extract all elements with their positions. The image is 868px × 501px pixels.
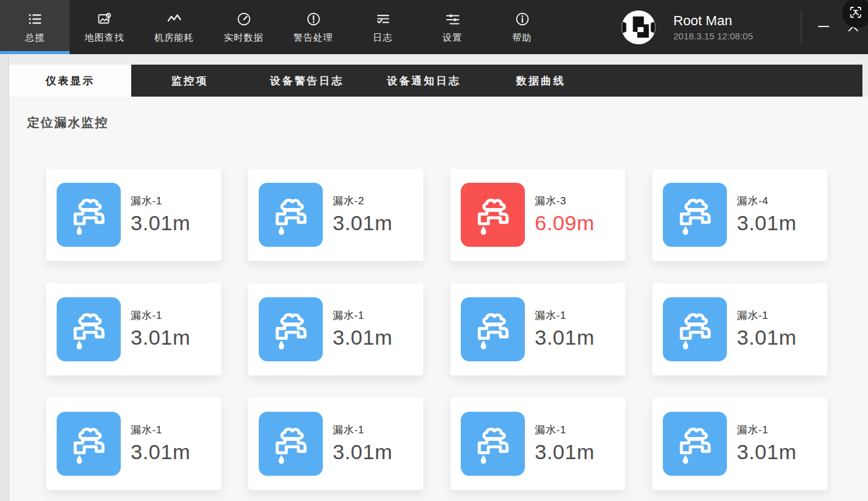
device-card[interactable]: 漏水-13.01m	[652, 283, 827, 375]
device-value: 3.01m	[333, 212, 392, 234]
device-label: 漏水-1	[535, 310, 594, 322]
device-value: 3.01m	[737, 212, 797, 234]
window-divider	[801, 10, 801, 44]
device-card[interactable]: 漏水-13.01m	[652, 398, 827, 490]
device-card[interactable]: 漏水-13.01m	[248, 283, 423, 375]
faucet-icon	[57, 412, 121, 476]
nav-item-label: 设置	[443, 32, 463, 44]
nav-item-gauge[interactable]: 实时数据	[209, 0, 278, 54]
minimize-icon	[816, 19, 831, 36]
device-card[interactable]: 漏水-23.01m	[248, 169, 423, 261]
faucet-icon	[663, 297, 727, 361]
device-card[interactable]: 漏水-43.01m	[652, 169, 827, 261]
device-value: 3.01m	[131, 212, 190, 234]
nav-item-log-check[interactable]: 日志	[348, 0, 418, 54]
device-label: 漏水-1	[333, 310, 392, 322]
device-label: 漏水-1	[737, 424, 797, 436]
device-label: 漏水-2	[333, 195, 392, 207]
device-value: 3.01m	[535, 441, 594, 463]
device-card[interactable]: 漏水-13.01m	[46, 169, 221, 261]
left-gutter	[0, 54, 9, 501]
device-text: 漏水-13.01m	[333, 310, 392, 350]
device-text: 漏水-13.01m	[737, 424, 797, 464]
device-text: 漏水-13.01m	[131, 195, 190, 235]
device-text: 漏水-23.01m	[333, 195, 392, 235]
info-circle-icon	[514, 10, 530, 27]
tab-4[interactable]: 数据曲线	[482, 65, 599, 97]
gauge-icon	[236, 10, 252, 27]
device-card[interactable]: 漏水-13.01m	[46, 283, 221, 375]
device-value: 3.01m	[737, 326, 797, 349]
nav-item-alert-circle[interactable]: 警告处理	[278, 0, 348, 54]
device-value: 3.01m	[131, 441, 190, 463]
faucet-icon	[461, 183, 525, 247]
device-label: 漏水-4	[737, 195, 797, 207]
device-label: 漏水-1	[737, 310, 797, 322]
device-text: 漏水-13.01m	[737, 310, 797, 350]
device-text: 漏水-13.01m	[131, 424, 190, 464]
device-value: 3.01m	[333, 441, 392, 463]
faucet-icon	[461, 297, 525, 361]
cards-grid: 漏水-13.01m漏水-23.01m漏水-36.09m漏水-43.01m漏水-1…	[46, 169, 868, 490]
device-card[interactable]: 漏水-13.01m	[46, 398, 221, 490]
logo-avatar-icon[interactable]	[621, 10, 656, 45]
faucet-icon	[57, 297, 121, 361]
faucet-icon	[57, 183, 121, 247]
faucet-icon	[461, 412, 525, 476]
list-icon	[27, 10, 43, 27]
device-label: 漏水-1	[131, 310, 190, 322]
tab-3[interactable]: 设备通知日志	[365, 65, 482, 97]
device-label: 漏水-1	[131, 424, 190, 436]
nav-item-info-circle[interactable]: 帮助	[487, 0, 557, 54]
device-value: 3.01m	[333, 326, 392, 349]
device-value: 3.01m	[737, 441, 797, 463]
user-name: Root Man	[673, 13, 753, 28]
device-text: 漏水-43.01m	[737, 195, 797, 235]
tab-bar: 仪表显示监控项设备警告日志设备通知日志数据曲线	[9, 65, 862, 97]
minimize-button[interactable]	[812, 15, 835, 39]
device-label: 漏水-1	[131, 195, 190, 207]
user-info: Root Man 2018.3.15 12:08:05	[621, 0, 753, 54]
device-card[interactable]: 漏水-13.01m	[450, 283, 625, 375]
nav-item-list[interactable]: 总揽	[0, 0, 70, 54]
energy-wave-icon	[166, 10, 182, 27]
header-gap	[0, 54, 868, 65]
device-text: 漏水-13.01m	[333, 424, 392, 464]
nav-item-label: 日志	[373, 32, 393, 44]
page-title: 定位漏水监控	[27, 114, 868, 131]
sliders-icon	[445, 10, 461, 27]
datetime: 2018.3.15 12:08:05	[673, 31, 753, 41]
nav-item-label: 实时数据	[224, 32, 264, 44]
alert-circle-icon	[306, 10, 322, 27]
device-label: 漏水-1	[333, 424, 392, 436]
nav-item-map-search[interactable]: 地图查找	[70, 0, 139, 54]
map-search-icon	[97, 10, 113, 27]
device-card[interactable]: 漏水-13.01m	[248, 398, 423, 490]
faucet-icon	[663, 412, 727, 476]
device-card[interactable]: 漏水-13.01m	[450, 398, 625, 490]
content-area: 定位漏水监控 漏水-13.01m漏水-23.01m漏水-36.09m漏水-43.…	[9, 97, 868, 501]
user-text: Root Man 2018.3.15 12:08:05	[673, 13, 753, 41]
scan-text-icon	[848, 4, 866, 22]
nav-item-label: 机房能耗	[155, 32, 194, 44]
device-value: 6.09m	[535, 212, 594, 234]
faucet-icon	[259, 183, 323, 247]
tab-0[interactable]: 仪表显示	[9, 65, 131, 97]
device-label: 漏水-1	[535, 424, 594, 436]
log-check-icon	[375, 10, 391, 27]
nav-item-energy-wave[interactable]: 机房能耗	[139, 0, 209, 54]
nav-item-label: 地图查找	[85, 32, 124, 44]
device-value: 3.01m	[535, 326, 594, 349]
device-card[interactable]: 漏水-36.09m	[450, 169, 625, 261]
device-value: 3.01m	[131, 326, 190, 349]
top-bar: 总揽地图查找机房能耗实时数据警告处理日志设置帮助 Root Man 2018.3…	[0, 0, 868, 54]
nav-item-label: 帮助	[513, 32, 532, 44]
device-text: 漏水-13.01m	[535, 310, 594, 350]
tab-1[interactable]: 监控项	[131, 65, 248, 97]
faucet-icon	[663, 183, 727, 247]
tab-2[interactable]: 设备警告日志	[248, 65, 365, 97]
nav-item-label: 总揽	[25, 32, 45, 44]
device-text: 漏水-13.01m	[131, 310, 190, 350]
device-text: 漏水-36.09m	[535, 195, 594, 235]
nav-item-sliders[interactable]: 设置	[418, 0, 487, 54]
